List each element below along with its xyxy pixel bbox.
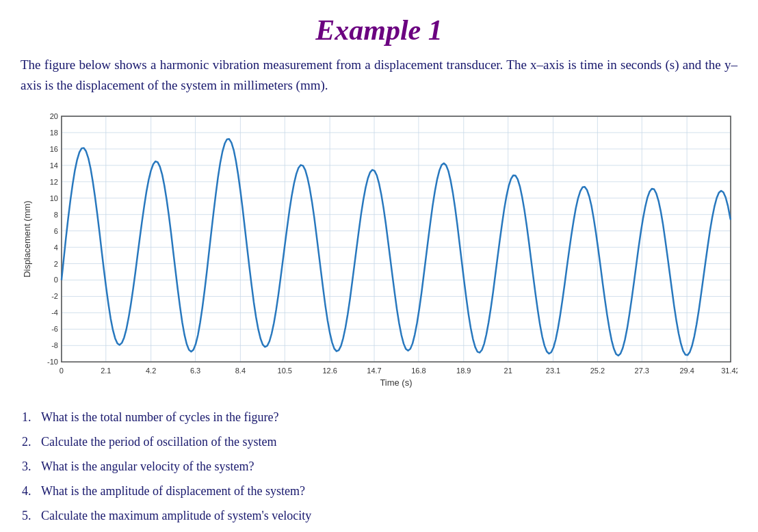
svg-text:25.2: 25.2 [590,367,605,375]
svg-text:-10: -10 [47,358,58,366]
question-3: What is the angular velocity of the syst… [34,454,737,479]
svg-text:8: 8 [54,210,58,218]
svg-text:18.9: 18.9 [456,367,471,375]
svg-text:29.4: 29.4 [679,367,694,375]
svg-text:10: 10 [50,194,58,202]
svg-text:6.3: 6.3 [190,367,200,375]
page-title: Example 1 [21,14,737,46]
svg-text:18: 18 [50,129,58,137]
question-2: Calculate the period of oscillation of t… [34,429,737,454]
chart-container: 20 18 16 14 12 10 8 6 4 2 0 -2 -4 -6 -8 … [21,106,737,393]
svg-text:20: 20 [50,112,58,120]
svg-text:-4: -4 [51,308,58,317]
x-axis-labels: 0 2.1 4.2 6.3 8.4 10.5 12.6 14.7 16.8 18… [60,367,737,375]
svg-text:16: 16 [50,145,58,153]
question-4: What is the amplitude of displacement of… [34,479,737,503]
svg-text:31.42: 31.42 [721,367,737,375]
svg-text:-8: -8 [51,341,58,349]
x-axis-title: Time (s) [380,377,412,388]
svg-text:6: 6 [54,226,58,235]
svg-text:8.4: 8.4 [235,367,246,375]
questions-list: What is the total number of cycles in th… [21,405,737,528]
svg-text:12.6: 12.6 [322,367,337,375]
svg-text:16.8: 16.8 [411,367,426,375]
svg-text:2: 2 [54,259,58,267]
svg-text:0: 0 [60,367,64,375]
intro-paragraph: The figure below shows a harmonic vibrat… [21,55,737,96]
svg-text:-2: -2 [51,292,58,300]
question-1: What is the total number of cycles in th… [34,405,737,429]
svg-text:23.1: 23.1 [546,367,560,375]
svg-text:12: 12 [50,178,58,186]
svg-text:0: 0 [54,276,58,284]
svg-text:27.3: 27.3 [635,367,649,375]
question-5: Calculate the maximum amplitude of syste… [34,503,737,528]
svg-text:4.2: 4.2 [146,367,156,375]
y-axis-title: Displacement (mm) [22,200,32,277]
svg-text:4: 4 [54,243,58,251]
svg-text:10.5: 10.5 [278,367,292,375]
svg-text:21: 21 [504,367,512,375]
y-axis-labels: 20 18 16 14 12 10 8 6 4 2 0 -2 -4 -6 -8 … [47,112,58,366]
svg-text:14: 14 [50,161,58,170]
svg-text:2.1: 2.1 [101,367,111,375]
svg-rect-0 [62,116,731,362]
sine-wave-chart: 20 18 16 14 12 10 8 6 4 2 0 -2 -4 -6 -8 … [21,106,737,393]
svg-text:-6: -6 [51,325,58,333]
svg-text:14.7: 14.7 [367,367,381,375]
